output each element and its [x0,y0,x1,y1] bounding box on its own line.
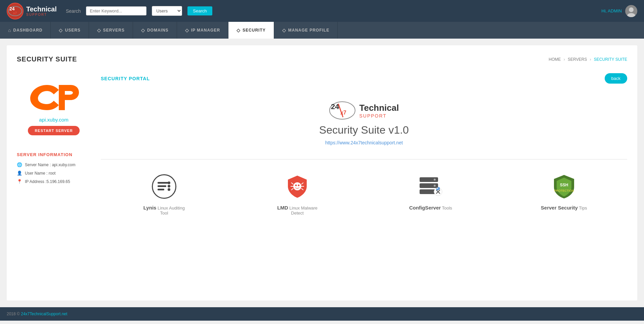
suite-title: Security Suite v1.0 [101,124,627,136]
header: 24 x7 Technical SUPPORT Search Users Ser… [0,0,644,22]
ip-value: IP Address :5.196.169.65 [25,179,70,184]
svg-point-4 [627,13,635,17]
domains-icon: ◇ [141,28,145,33]
server-name-icon: 🌐 [17,162,22,167]
ip-icon: 📍 [17,179,22,184]
nav-servers[interactable]: ◇ SERVERS [89,22,133,39]
lynis-icon [152,174,177,199]
search-label: Search [66,8,81,14]
ip-manager-icon: ◇ [185,28,189,33]
manage-profile-icon: ◇ [282,28,286,33]
dashboard-icon: ⌂ [8,28,11,33]
portal-header: SECURITY PORTAL back [101,73,627,84]
configserver-icon [418,176,443,197]
tools-grid: Lynis Linux Auditing Tool [101,166,627,222]
server-name-value: Server Name : api.xuby.com [25,163,76,167]
lmd-icon [285,174,309,198]
logo-title: Technical [26,5,57,13]
brand-section: 24 x7 Technical SUPPORT Security Suite v… [101,94,627,152]
ssh-label: Server Security Tips [541,205,587,211]
svg-rect-12 [158,189,164,190]
tool-configserver[interactable]: ConfigServer Tools [405,173,456,211]
lmd-label: LMD Linux Malware Detect [272,205,323,216]
page-title: SECURITY SUITE [17,55,77,63]
footer-copyright: 2018 © [7,312,20,316]
brand-247: Technical [359,103,399,113]
search-type-select[interactable]: Users Servers Domains [152,6,182,16]
svg-point-13 [168,181,170,184]
configserver-label: ConfigServer Tools [409,205,452,211]
svg-text:x7: x7 [13,11,17,15]
brand-support: SUPPORT [359,113,399,119]
search-input[interactable] [86,6,146,15]
svg-rect-11 [158,185,166,187]
brand-logo-icon: 24 x7 [329,100,356,121]
user-greeting: Hi, ADMIN [601,8,622,13]
lmd-icon-wrap [284,173,311,200]
restart-server-button[interactable]: RESTART SERVER [28,126,79,135]
configserver-icon-wrap [417,173,444,200]
svg-point-3 [629,7,634,12]
server-name-row: 🌐 Server Name : api.xuby.com [17,162,91,167]
nav-ip-manager[interactable]: ◇ IP MANAGER [177,22,228,39]
cpanel-logo [29,80,79,113]
right-panel: SECURITY PORTAL back 24 x7 Technical SUP… [101,73,627,222]
page-title-bar: SECURITY SUITE HOME › SERVERS › SECURITY… [17,55,627,63]
svg-text:24: 24 [331,102,339,111]
tool-lmd[interactable]: LMD Linux Malware Detect [272,173,323,216]
content-layout: api.xuby.com RESTART SERVER SERVER INFOR… [17,73,627,222]
search-button[interactable]: Search [187,6,212,15]
ip-row: 📍 IP Address :5.196.169.65 [17,179,91,184]
svg-point-23 [295,185,297,186]
tool-lynis[interactable]: Lynis Linux Auditing Tool [139,173,189,216]
user-icon: 👤 [17,171,22,176]
username-row: 👤 User Name : root [17,171,91,176]
tool-server-security[interactable]: SSH PROTECTION Server Security Tips [539,173,589,211]
suite-url[interactable]: https://www.24x7technicalsupport.net [325,140,403,145]
brand-text: Technical SUPPORT [359,103,399,119]
portal-title: SECURITY PORTAL [101,76,150,81]
security-icon: ◇ [237,28,241,33]
svg-point-16 [293,182,301,190]
nav-manage-profile[interactable]: ◇ MANAGE PROFILE [274,22,338,39]
users-icon: ◇ [59,28,63,33]
svg-text:SSH: SSH [560,183,568,187]
svg-text:PROTECTION: PROTECTION [554,189,574,192]
ssh-icon: SSH PROTECTION [552,174,576,198]
svg-point-28 [434,179,436,181]
server-info-title: SERVER INFORMATION [17,152,91,157]
footer-link[interactable]: 24x7TechnicalSupport.net [21,312,67,316]
divider [101,159,627,159]
logo-area: 24 x7 Technical SUPPORT [7,3,60,19]
nav-dashboard[interactable]: ⌂ DASHBOARD [0,22,51,39]
left-panel: api.xuby.com RESTART SERVER SERVER INFOR… [17,73,91,222]
svg-point-24 [298,185,300,186]
svg-rect-10 [158,182,168,184]
username-value: User Name : root [25,171,55,176]
nav-security[interactable]: ◇ SECURITY [228,22,274,39]
breadcrumb-servers[interactable]: SERVERS [568,57,587,62]
cp-domain: api.xuby.com [39,117,68,123]
lynis-label: Lynis Linux Auditing Tool [139,205,189,216]
svg-text:x7: x7 [340,110,346,115]
svg-text:24: 24 [9,6,15,11]
nav-domains[interactable]: ◇ DOMAINS [133,22,177,39]
servers-icon: ◇ [97,28,101,33]
lynis-icon-wrap [151,173,177,200]
svg-point-14 [168,185,170,187]
header-right: Hi, ADMIN [601,5,637,17]
footer: 2018 © 24x7TechnicalSupport.net [0,307,644,321]
main-content: SECURITY SUITE HOME › SERVERS › SECURITY… [7,45,637,300]
nav-users[interactable]: ◇ USERS [51,22,89,39]
ssh-icon-wrap: SSH PROTECTION [551,173,577,200]
avatar [625,5,637,17]
svg-point-29 [434,185,436,187]
breadcrumb-current: SECURITY SUITE [594,57,627,62]
breadcrumb-sep1: › [564,57,565,62]
server-info-section: SERVER INFORMATION 🌐 Server Name : api.x… [17,152,91,184]
back-button[interactable]: back [605,73,627,84]
breadcrumb-home[interactable]: HOME [549,57,561,62]
cpanel-logo-area: api.xuby.com RESTART SERVER [17,73,91,142]
nav: ⌂ DASHBOARD ◇ USERS ◇ SERVERS ◇ DOMAINS … [0,22,644,39]
breadcrumb-sep2: › [590,57,591,62]
